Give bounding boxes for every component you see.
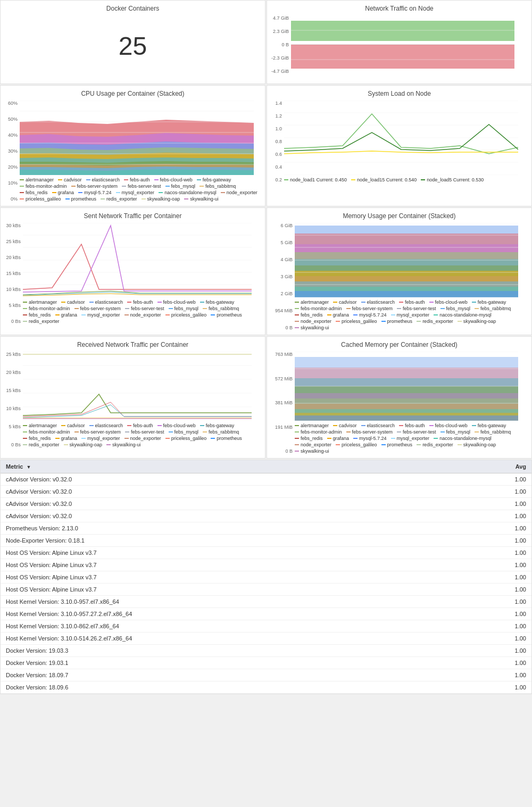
row-avg: 1.00 (484, 586, 526, 593)
table-row: cAdvisor Version: v0.32.0 1.00 (1, 498, 531, 510)
row-avg: 1.00 (484, 513, 526, 519)
row-metric: Host Kernel Version: 3.10.0-957.el7.x86_… (6, 598, 484, 605)
docker-containers-panel: Docker Containers 25 (0, 0, 265, 84)
svg-marker-109 (295, 415, 518, 421)
docker-containers-title: Docker Containers (5, 5, 261, 12)
row-metric: Prometheus Version: 2.13.0 (6, 525, 484, 531)
cpu-usage-panel: CPU Usage per Container (Stacked) 60% 50… (0, 85, 265, 206)
versions-table: Metric ▼ Avg cAdvisor Version: v0.32.0 1… (0, 460, 532, 694)
sent-network-panel: Sent Network Traffic per Container 30 kB… (0, 207, 265, 335)
row-avg: 1.00 (484, 684, 526, 690)
table-row: cAdvisor Version: v0.32.0 1.00 (1, 510, 531, 522)
table-row: Host Kernel Version: 3.10.0-514.26.2.el7… (1, 633, 531, 645)
table-row: Docker Version: 19.03.1 1.00 (1, 657, 531, 669)
sent-y-axis: 30 kBs 25 kBs 20 kBs 15 kBs 10 kBs 5 kBs… (5, 223, 23, 324)
table-body: cAdvisor Version: v0.32.0 1.00 cAdvisor … (1, 473, 531, 694)
header-avg: Avg (484, 463, 526, 470)
row-avg: 1.00 (484, 623, 526, 629)
row-metric: cAdvisor Version: v0.32.0 (6, 488, 484, 495)
table-row: Docker Version: 18.09.7 1.00 (1, 669, 531, 681)
table-row: Prometheus Version: 2.13.0 1.00 (1, 522, 531, 535)
row-metric: Node-Exporter Version: 0.18.1 (6, 537, 484, 544)
memory-y-axis: 6 GiB 5 GiB 4 GiB 3 GiB 2 GiB 954 MiB 0 … (271, 223, 295, 330)
table-row: Node-Exporter Version: 0.18.1 1.00 (1, 535, 531, 547)
table-row: Host OS Version: Alpine Linux v3.7 1.00 (1, 547, 531, 559)
memory-usage-title: Memory Usage per Container (Stacked) (271, 212, 527, 220)
row-metric: cAdvisor Version: v0.32.0 (6, 476, 484, 482)
system-load-title: System Load on Node (271, 90, 527, 97)
row-avg: 1.00 (484, 562, 526, 568)
sent-network-title: Sent Network Traffic per Container (5, 212, 261, 220)
row-metric: Host Kernel Version: 3.10.0-862.el7.x86_… (6, 623, 484, 629)
memory-usage-panel: Memory Usage per Container (Stacked) 6 G… (267, 207, 532, 335)
row-avg: 1.00 (484, 635, 526, 642)
row-avg: 1.00 (484, 660, 526, 666)
memory-legend: alertmanager cadvisor elasticsearch febs… (295, 299, 527, 330)
sysload-legend: node_load1 Current: 0.450 node_load15 Cu… (284, 177, 527, 182)
row-avg: 1.00 (484, 611, 526, 617)
row-metric: Host OS Version: Alpine Linux v3.7 (6, 550, 484, 556)
row-avg: 1.00 (484, 574, 526, 580)
sent-network-chart: 09:40 09:42 09:44 09:46 09:48 09:50 09:5… (23, 223, 252, 297)
sort-icon: ▼ (26, 464, 31, 470)
received-network-chart: 09:40 09:42 09:44 09:46 09:48 09:50 09:5… (23, 352, 252, 421)
svg-marker-14 (20, 169, 254, 175)
network-traffic-title: Network Traffic on Node (271, 5, 527, 12)
table-row: Host OS Version: Alpine Linux v3.7 1.00 (1, 584, 531, 596)
row-avg: 1.00 (484, 488, 526, 495)
row-metric: cAdvisor Version: v0.32.0 (6, 513, 484, 519)
row-avg: 1.00 (484, 501, 526, 507)
cached-memory-panel: Cached Memory per Container (Stacked) 76… (267, 336, 532, 459)
system-load-panel: System Load on Node 1.4 1.2 1.0 0.8 0.6 … (267, 85, 532, 206)
table-row: cAdvisor Version: v0.32.0 1.00 (1, 473, 531, 486)
table-row: Host Kernel Version: 3.10.0-957.el7.x86_… (1, 596, 531, 608)
row-avg: 1.00 (484, 598, 526, 605)
row-metric: cAdvisor Version: v0.32.0 (6, 501, 484, 507)
network-y-axis: 4.7 GiB 2.3 GiB 0 B -2.3 GiB -4.7 GiB (271, 15, 291, 74)
sent-legend: alertmanager cadvisor elasticsearch febs… (23, 299, 261, 324)
table-header: Metric ▼ Avg (1, 460, 531, 473)
row-metric: Docker Version: 19.03.1 (6, 660, 484, 666)
cached-legend: alertmanager cadvisor elasticsearch febs… (295, 423, 527, 454)
row-metric: Docker Version: 18.09.6 (6, 684, 484, 690)
table-row: Docker Version: 19.03.3 1.00 (1, 645, 531, 657)
row-metric: Host OS Version: Alpine Linux v3.7 (6, 586, 484, 593)
svg-rect-2 (291, 45, 514, 69)
row-avg: 1.00 (484, 537, 526, 544)
table-row: Host OS Version: Alpine Linux v3.7 1.00 (1, 559, 531, 571)
row-metric: Host OS Version: Alpine Linux v3.7 (6, 574, 484, 580)
row-avg: 1.00 (484, 647, 526, 654)
svg-marker-70 (295, 291, 518, 297)
cpu-usage-title: CPU Usage per Container (Stacked) (5, 90, 261, 97)
cpu-legend: alertmanager cadvisor elasticsearch febs… (20, 177, 261, 202)
table-row: Host Kernel Version: 3.10.0-862.el7.x86_… (1, 620, 531, 633)
recv-legend: alertmanager cadvisor elasticsearch febs… (23, 423, 261, 447)
header-metric[interactable]: Metric ▼ (6, 463, 484, 470)
row-avg: 1.00 (484, 525, 526, 531)
network-traffic-panel: Network Traffic on Node 4.7 GiB 2.3 GiB … (267, 0, 532, 84)
received-network-title: Received Network Traffic per Container (5, 341, 261, 348)
cpu-usage-chart: 09:40 09:42 09:44 09:46 09:48 09:50 09:5… (20, 101, 254, 175)
row-avg: 1.00 (484, 672, 526, 678)
network-traffic-chart (291, 15, 514, 74)
row-metric: Host Kernel Version: 3.10.0-957.27.2.el7… (6, 611, 484, 617)
docker-containers-value: 25 (5, 15, 261, 77)
sysload-y-axis: 1.4 1.2 1.0 0.8 0.6 0.4 0.2 (271, 101, 284, 182)
table-row: cAdvisor Version: v0.32.0 1.00 (1, 486, 531, 498)
row-avg: 1.00 (484, 476, 526, 482)
row-avg: 1.00 (484, 550, 526, 556)
table-row: Host OS Version: Alpine Linux v3.7 1.00 (1, 571, 531, 584)
cpu-y-axis: 60% 50% 40% 30% 20% 10% 0% (5, 101, 20, 202)
row-metric: Host Kernel Version: 3.10.0-514.26.2.el7… (6, 635, 484, 642)
cached-y-axis: 763 MiB 572 MiB 381 MiB 191 MiB 0 B (271, 352, 295, 454)
memory-usage-chart: 09:40 09:42 09:44 09:46 09:48 09:50 09:5… (295, 223, 518, 297)
received-network-panel: Received Network Traffic per Container 2… (0, 336, 265, 459)
row-metric: Docker Version: 18.09.7 (6, 672, 484, 678)
dashboard: Docker Containers 25 Network Traffic on … (0, 0, 532, 694)
row-metric: Docker Version: 19.03.3 (6, 647, 484, 654)
svg-rect-0 (291, 21, 514, 41)
recv-y-axis: 25 kBs 20 kBs 15 kBs 10 kBs 5 kBs 0 Bs (5, 352, 23, 447)
table-row: Host Kernel Version: 3.10.0-957.27.2.el7… (1, 608, 531, 620)
system-load-chart: 09:40 09:42 09:44 09:46 09:48 09:50 09:5… (284, 101, 518, 175)
cached-memory-chart: 09:40 09:42 09:44 09:46 09:48 09:50 09:5… (295, 352, 518, 421)
